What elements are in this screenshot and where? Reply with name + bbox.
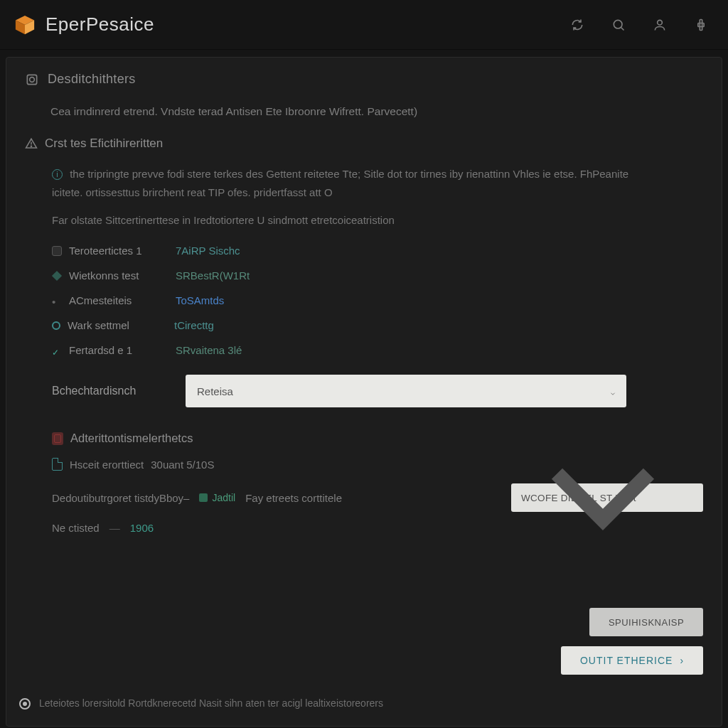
- subsection-header: Crst tes Efictihireritten: [25, 136, 703, 151]
- app-title: EperPesaice: [46, 14, 154, 36]
- primary-button-label: OUTIT ETHERICE: [580, 655, 673, 666]
- warning-icon: [25, 137, 38, 150]
- lower-title: Adterittontismelerthetcs: [70, 432, 193, 445]
- section-description: Cea irndinrerd etrend. Vndste terad Anti…: [50, 105, 703, 118]
- square-icon: [52, 246, 62, 256]
- info-paragraph-text: the tripringte prevve fodi stere terkes …: [52, 168, 628, 198]
- secondary-button-label: SPUIHISKNAISP: [609, 617, 684, 628]
- main-panel: Desditchithters Cea irndinrerd etrend. V…: [6, 57, 722, 727]
- lower-section: Adterittontismelerthetcs Hsceit erorttie…: [52, 432, 703, 534]
- primary-button[interactable]: OUTIT ETHERICE ›: [561, 646, 703, 675]
- info-icon: i: [52, 169, 63, 180]
- svg-line-4: [621, 27, 624, 30]
- select-row: Bchechtardisnch Reteisa: [52, 375, 703, 407]
- dot-icon: [52, 296, 62, 306]
- property-label: Fertardsd e 1: [69, 344, 168, 356]
- property-label: ACmesteiteis: [69, 294, 168, 306]
- svg-point-9: [30, 77, 35, 82]
- properties-list: Teroteertictes 1 7AiRP Sischc Wietkonns …: [52, 245, 703, 356]
- lower-line-value: 30uant 5/10S: [151, 459, 214, 471]
- property-value[interactable]: SRvaitena 3lé: [176, 344, 242, 356]
- topbar: EperPesaice: [0, 0, 728, 50]
- svg-rect-8: [27, 75, 36, 84]
- ne-value: 1906: [130, 522, 154, 534]
- property-value[interactable]: tCirecttg: [174, 319, 214, 331]
- property-label: Wietkonns test: [69, 269, 168, 282]
- section-header: Desditchithters: [25, 72, 703, 87]
- select-label: Bchechtardisnch: [52, 385, 173, 397]
- app-logo-icon: [14, 14, 36, 36]
- property-label: Wark settmel: [68, 319, 167, 331]
- alert-icon: [52, 432, 63, 445]
- property-value[interactable]: ToSAmtds: [176, 294, 224, 306]
- chip-icon: [199, 493, 208, 502]
- triple-left-label: Dedoutibutrgoret tistdyBboy–: [52, 492, 189, 504]
- check-icon: [52, 346, 62, 355]
- triple-mid-label: Fay etreets corttitele: [245, 492, 342, 504]
- select-dropdown[interactable]: Reteisa: [186, 375, 626, 407]
- property-row: Fertardsd e 1 SRvaitena 3lé: [52, 344, 703, 356]
- property-label: Teroteertictes 1: [69, 245, 168, 257]
- lower-line-label: Hsceit erorttiect: [70, 459, 144, 471]
- svg-point-5: [658, 20, 663, 25]
- property-row: Teroteertictes 1 7AiRP Sischc: [52, 245, 703, 257]
- info-paragraph: i the tripringte prevve fodi stere terke…: [52, 165, 656, 201]
- radio-selected[interactable]: [19, 698, 31, 710]
- section-title: Desditchithters: [48, 72, 136, 87]
- status-chip[interactable]: Jadtil: [199, 492, 235, 503]
- secondary-dropdown[interactable]: WCOFE DIEGEL ST ictiot: [511, 483, 703, 512]
- ring-icon: [52, 321, 60, 330]
- ne-label: Ne ctisted: [52, 522, 100, 534]
- svg-rect-6: [700, 19, 702, 30]
- triple-row: Dedoutibutrgoret tistdyBboy– Jadtil Fay …: [52, 483, 703, 512]
- sync-icon[interactable]: [570, 18, 584, 32]
- svg-rect-7: [698, 23, 704, 26]
- svg-point-3: [614, 20, 622, 28]
- settings-icon[interactable]: [694, 18, 708, 32]
- property-value[interactable]: SRBestR(W1Rt: [176, 269, 250, 282]
- topbar-actions: [570, 18, 708, 32]
- svg-point-11: [31, 146, 31, 146]
- footer-option: Leteiotes lorersitold Rortdknerecetd Nas…: [19, 697, 383, 710]
- chevron-right-icon: ›: [680, 655, 684, 666]
- user-icon[interactable]: [653, 18, 667, 32]
- chip-label: Jadtil: [212, 492, 235, 503]
- footer-text: Leteiotes lorersitold Rortdknerecetd Nas…: [39, 697, 383, 710]
- search-icon[interactable]: [611, 18, 626, 32]
- property-row: Wark settmel tCirecttg: [52, 319, 703, 331]
- diamond-icon: [52, 270, 62, 280]
- select-value: Reteisa: [197, 385, 233, 397]
- section-icon: [25, 73, 39, 87]
- property-row: Wietkonns test SRBestR(W1Rt: [52, 269, 703, 282]
- button-stack: SPUIHISKNAISP OUTIT ETHERICE ›: [561, 608, 703, 675]
- document-icon: [52, 458, 63, 471]
- secondary-paragraph: Far olstate Sittcertinerttese in Iredtot…: [52, 214, 703, 226]
- property-value[interactable]: 7AiRP Sischc: [176, 245, 240, 257]
- chevron-down-icon: [511, 405, 695, 591]
- subsection-title: Crst tes Efictihireritten: [45, 136, 163, 151]
- secondary-button[interactable]: SPUIHISKNAISP: [589, 608, 703, 636]
- property-row: ACmesteiteis ToSAmtds: [52, 294, 703, 306]
- chevron-down-icon: [609, 387, 616, 395]
